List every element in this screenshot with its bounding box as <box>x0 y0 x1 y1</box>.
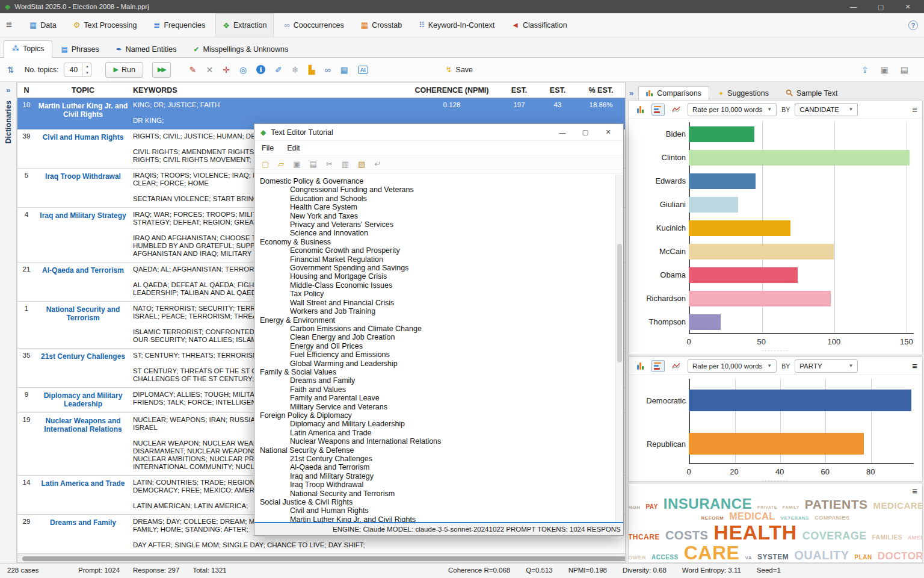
topic-link[interactable]: Nuclear Weapons and International Relati… <box>35 416 131 434</box>
link-icon[interactable]: ∞ <box>324 65 330 75</box>
by-select[interactable]: CANDIDATE▼ <box>795 103 858 116</box>
sort-icon[interactable]: ⇅ <box>7 65 14 75</box>
editor-maximize-button[interactable]: ▢ <box>576 128 594 136</box>
edit-menu[interactable]: Edit <box>287 144 300 152</box>
vertical-bars-chart-icon[interactable] <box>633 104 647 116</box>
tab-text-processing[interactable]: ⚙Text Processing <box>67 13 144 37</box>
menu-icon[interactable]: ≡ <box>6 19 12 31</box>
globe-edit-icon[interactable]: ✐ <box>275 65 282 75</box>
wrap-icon[interactable]: ↵ <box>374 160 381 169</box>
tab-cooccurrences[interactable]: ∞Cooccurrences <box>277 13 350 37</box>
no-topics-value[interactable]: 40 <box>64 63 82 76</box>
print-icon[interactable]: ▤ <box>310 160 317 169</box>
expand-chevron-icon[interactable]: » <box>6 85 10 95</box>
line-chart-icon[interactable] <box>670 104 683 116</box>
lightbulb-icon: ✦ <box>718 90 724 98</box>
search-document-icon[interactable]: ◎ <box>239 65 247 75</box>
topic-link[interactable]: Al-Qaeda and Terrorism <box>35 266 131 275</box>
chevron-down-icon: ▼ <box>848 107 853 112</box>
topic-link[interactable]: National Security and Terrorism <box>35 305 131 322</box>
row-number: 5 <box>17 172 35 179</box>
chart-menu-icon[interactable]: ≡ <box>912 361 917 371</box>
chart-menu-icon[interactable]: ≡ <box>912 104 917 114</box>
cloud-menu-icon[interactable]: ≡ <box>912 486 917 496</box>
resize-grip[interactable]: ········· <box>629 479 922 482</box>
minimize-button[interactable]: — <box>842 3 865 10</box>
open-icon[interactable]: ▱ <box>278 160 284 169</box>
print-icon[interactable]: ▤ <box>901 65 908 75</box>
vertical-bars-chart-icon[interactable] <box>633 360 647 372</box>
resize-grip[interactable]: ········· <box>629 349 922 352</box>
save-icon[interactable]: ▣ <box>293 160 300 169</box>
no-topics-stepper[interactable]: 40 ▲▼ <box>64 63 91 76</box>
rate-select[interactable]: Rate per 10,000 words▼ <box>688 359 777 373</box>
topic-link[interactable]: Latin America and Trade <box>35 479 131 488</box>
chart-row-kucinich: Kucinich <box>629 216 922 240</box>
file-menu[interactable]: File <box>262 144 274 152</box>
cut-icon[interactable]: ✂ <box>326 160 333 169</box>
panel-tab-sample-text[interactable]: Sample Text <box>778 86 846 100</box>
panel-tab-suggestions[interactable]: ✦Suggestions <box>710 86 777 100</box>
row-number: 9 <box>17 391 35 398</box>
subtab-named-entities[interactable]: ✒Named Entities <box>108 41 185 57</box>
rate-select[interactable]: Rate per 10,000 words▼ <box>688 103 777 116</box>
text-editor-window: ◆ Text Editor Tutorial — ▢ ✕ File Edit ▢… <box>254 123 624 536</box>
stepper-up-icon[interactable]: ▲ <box>83 63 91 70</box>
subtab-misspellings-unknowns[interactable]: ✔Misspellings & Unknowns <box>185 41 297 57</box>
export-icon[interactable]: ⇪ <box>861 65 869 75</box>
save-file-icon[interactable]: ▣ <box>881 65 889 75</box>
fast-forward-button[interactable]: ▶▶ <box>152 62 171 78</box>
editor-scrollbar[interactable] <box>615 175 623 522</box>
topic-link[interactable]: Martin Luther King Jr. and Civil Rights <box>35 101 131 119</box>
stepper-down-icon[interactable]: ▼ <box>83 70 91 76</box>
run-button[interactable]: ▶ Run <box>105 62 143 78</box>
pin-icon[interactable]: ✛ <box>223 65 230 75</box>
tab-crosstab[interactable]: ▦Crosstab <box>354 13 408 37</box>
topic-link[interactable]: Iraq and Military Strategy <box>35 211 131 220</box>
delete-icon[interactable]: ✕ <box>206 65 214 75</box>
paste-icon[interactable]: ▧ <box>358 160 365 169</box>
save-button[interactable]: ↯ Save <box>446 65 473 74</box>
horizontal-bars-chart-icon[interactable] <box>651 104 665 116</box>
new-icon[interactable]: ▢ <box>262 160 269 169</box>
table-grid-icon[interactable]: ▦ <box>340 65 348 75</box>
tab-frequencies[interactable]: ≣Frequencies <box>147 13 212 37</box>
line-chart-icon[interactable] <box>670 360 683 372</box>
chart-row-edwards: Edwards <box>629 169 922 193</box>
editor-text-area[interactable]: Domestic Policy & GovernanceCongressiona… <box>255 175 615 522</box>
editor-close-button[interactable]: ✕ <box>599 128 617 136</box>
close-button[interactable]: ✕ <box>896 3 919 11</box>
copy-icon[interactable]: ▥ <box>342 160 349 169</box>
edit-topic-icon[interactable]: ✎ <box>189 65 197 75</box>
topic-link[interactable]: 21st Century Challenges <box>35 352 131 361</box>
tab-keyword-in-context[interactable]: ⠿Keyword-In-Context <box>412 13 501 37</box>
scrollbar-thumb[interactable] <box>22 556 626 561</box>
editor-line: Martin Luther King Jr. and Civil Rights <box>260 515 615 522</box>
panel-tab-comparisons[interactable]: Comparisons <box>638 86 709 100</box>
tab-classification[interactable]: ◄Classification <box>505 13 574 37</box>
maximize-button[interactable]: ▢ <box>869 3 892 11</box>
help-icon[interactable]: ? <box>908 20 918 30</box>
info-icon[interactable]: ℹ <box>256 65 265 74</box>
tab-extraction[interactable]: ❖Extraction <box>215 13 274 37</box>
bar-republican <box>689 433 864 455</box>
topic-link[interactable]: Dreams and Family <box>35 518 131 527</box>
tab-data[interactable]: ▦Data <box>23 13 63 37</box>
tick-label: 60 <box>821 467 829 476</box>
editor-scrollbar-thumb[interactable] <box>617 244 622 362</box>
ai-icon[interactable]: AI <box>358 66 368 74</box>
subtab-phrases[interactable]: ▤Phrases <box>52 41 107 57</box>
subtab-topics[interactable]: ⁂Topics <box>4 40 52 58</box>
editor-line: Civil and Human Rights <box>260 506 615 515</box>
by-select[interactable]: PARTY▼ <box>795 359 858 373</box>
horizontal-scrollbar[interactable] <box>17 555 625 562</box>
topic-link[interactable]: Civil and Human Rights <box>35 132 131 141</box>
collapse-chevron-icon[interactable]: » <box>629 89 633 98</box>
chart-icon[interactable]: ▙ <box>309 65 315 75</box>
dictionaries-strip[interactable]: » Dictionaries <box>0 82 17 563</box>
snowflake-icon[interactable]: ❄ <box>292 65 299 75</box>
topic-link[interactable]: Iraq Troop Withdrawal <box>35 172 131 181</box>
horizontal-bars-chart-icon[interactable] <box>651 360 665 372</box>
topic-link[interactable]: Diplomacy and Military Leadership <box>35 391 131 408</box>
editor-minimize-button[interactable]: — <box>553 129 571 136</box>
